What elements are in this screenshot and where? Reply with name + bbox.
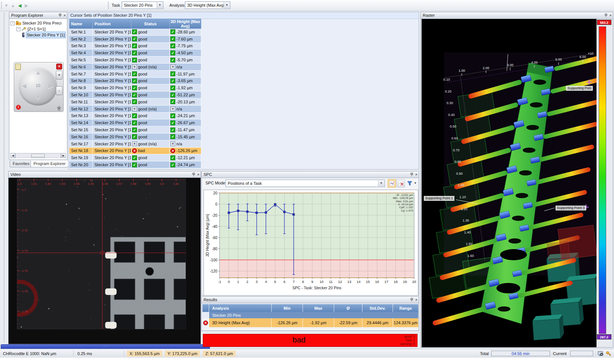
explorer-hscrollbar[interactable]: ◀ ▶ [10,153,66,158]
table-row[interactable]: Set Nr.12Stecker 20 Pins Y [1]×good (n/a… [69,106,201,113]
svg-text:1: 1 [237,280,239,284]
scroll-thumb[interactable] [31,154,45,158]
spc-chart-button[interactable] [388,179,396,187]
close-joystick-icon[interactable]: × [56,64,62,70]
table-row[interactable]: Set Nr.5Stecker 20 Pins Y [1]✓good✓-5.70… [69,57,201,64]
close-icon[interactable]: × [197,172,199,177]
pin-icon[interactable] [58,13,62,17]
pin-icon[interactable] [410,173,413,177]
tree-item-label-selected: Stecker 20 Pins Y [1] [26,32,66,38]
tab-favorites[interactable]: Favorites [10,161,32,167]
supporting-point-2-label[interactable]: Supporting Poin [566,86,593,91]
svg-text:6.00: 6.00 [579,55,586,59]
pin-icon[interactable] [192,173,195,177]
status-banner-text: bad [203,335,395,344]
table-row[interactable]: Set Nr.4Stecker 20 Pins Y [1]✓good✓-4.50… [69,49,201,57]
results-column-header: Std.Dev. [362,304,393,312]
chevron-down-icon[interactable]: ▼ [414,181,417,185]
raster-3d-viewport[interactable]: 1.002.003.004.005.006.00×100.100.200.300… [422,19,597,347]
spc-clear-chart-button[interactable] [397,179,405,187]
tree-expander-icon[interactable]: − [10,21,15,25]
pin-icon[interactable] [604,13,608,17]
column-header-position[interactable]: Position [93,19,131,29]
column-header-name[interactable]: Name [69,19,93,29]
arrow-down-button[interactable]: ▼ [3,2,10,9]
close-icon[interactable]: × [415,297,418,302]
tree-item-program[interactable]: − Stecker 20 Pins Preci [10,20,66,26]
svg-text:0.40: 0.40 [448,113,455,117]
results-column-header: Range [393,304,419,312]
tab-program-explorer[interactable]: Program Explorer [31,161,68,167]
stop-icon[interactable]: ! [16,105,21,110]
set-name: Set Nr.15 [69,126,93,133]
table-row[interactable]: Set Nr.18Stecker 20 Pins Y [1]×bad×-126.… [69,148,201,155]
analysis-label: Analysis [169,0,185,11]
pin-icon[interactable] [410,298,413,302]
table-row[interactable]: Set Nr.14Stecker 20 Pins Y [1]✓good✓-26.… [69,119,201,126]
results-row[interactable]: ×3D Height (Max Avg)-126.26 µm-1.92 µm-2… [202,318,419,327]
table-row[interactable]: Set Nr.15Stecker 20 Pins Y [1]✓good✓-11.… [69,126,201,133]
close-icon[interactable]: × [610,13,612,17]
column-header-value[interactable]: 3D Height (Max Avg) [170,19,201,29]
arrow-left-button[interactable]: ◀ [16,2,23,9]
column-header-status[interactable]: Status [131,19,170,29]
close-icon[interactable]: × [64,13,66,17]
scroll-left-icon[interactable]: ◀ [10,153,15,158]
tree-item-cursor-set[interactable]: Stecker 20 Pins Y [1] [10,32,66,38]
set-status: good [138,113,147,118]
svg-text:0.80: 0.80 [455,160,461,164]
set-value: -20.13 µm [176,100,195,104]
spc-mode-select[interactable]: Positions of a Task ▼ [226,180,385,187]
table-row[interactable]: Set Nr.1Stecker 20 Pins Y [1]✓good✓-28.6… [69,29,201,36]
exposure-time: 0.25 ms [77,351,92,357]
check-icon: ✓ [170,44,175,48]
svg-text:1.61: 1.61 [173,182,179,186]
table-row[interactable]: Set Nr.6Stecker 20 Pins Y [1]×good (n/a)… [69,64,201,71]
svg-text:-100: -100 [210,258,217,262]
jog-down-button[interactable]: ▼ [35,94,41,102]
scroll-right-icon[interactable]: ▶ [61,153,66,158]
dock-probe-icon[interactable] [57,106,61,110]
task-select[interactable]: Stecker 20 Pins ▼ [122,1,163,9]
set-status: good [138,162,147,167]
svg-text:10: 10 [320,280,324,284]
table-row[interactable]: Set Nr.17Stecker 20 Pins Y [1]×good (n/a… [69,141,201,148]
table-row[interactable]: Set Nr.13Stecker 20 Pins Y [1]✓good✓-24.… [69,113,201,120]
results-group-row[interactable]: Stecker 20 Pins [202,312,419,318]
step-increase-button[interactable]: + [56,71,63,80]
table-row[interactable]: Set Nr.19Stecker 20 Pins Y [1]✓good✓-12.… [69,154,201,161]
arrow-up-button[interactable]: ▲ [10,2,16,9]
set-value: -1.92 µm [176,86,193,90]
table-row[interactable]: Set Nr.11Stecker 20 Pins Y [1]✓good✓-20.… [69,99,201,106]
step-decrease-button[interactable]: - [56,86,63,95]
spc-chart-box: 200-20-40-60-80-100-120-1012345678910111… [204,190,418,296]
table-row[interactable]: Set Nr.3Stecker 20 Pins Y [1]✓good✓-7.75… [69,43,201,50]
chevron-down-icon[interactable]: ▼ [224,2,230,8]
chevron-down-icon[interactable]: ▼ [378,180,384,186]
supporting-point-3-label[interactable]: Supporting Point 3 [556,206,586,210]
notes-icon[interactable] [15,64,21,70]
table-row[interactable]: Set Nr.20Stecker 20 Pins Y [1]✓good✓-24.… [69,161,201,168]
filter-icon[interactable] [406,179,414,187]
table-row[interactable]: Set Nr.9Stecker 20 Pins Y [1]✓good✓-1.92… [69,84,201,91]
svg-text:1.58: 1.58 [131,182,137,186]
chevron-down-icon[interactable]: ▼ [157,2,163,8]
table-row[interactable]: Set Nr.7Stecker 20 Pins Y [1]✓good✓-11.9… [69,71,201,78]
analysis-select[interactable]: 3D Height (Max Avg) ▼ [185,1,230,9]
camera-settings-icon[interactable] [598,351,604,357]
video-live-image[interactable]: 1.51.511.521.531.541.551.561.571.581.591… [9,178,201,344]
table-row[interactable]: Set Nr.16Stecker 20 Pins Y [1]✓good✓-15.… [69,133,201,141]
supporting-point-1-label[interactable]: Supporting Point 1 [424,196,454,201]
close-icon[interactable]: × [415,172,418,177]
current-label: Current [553,351,567,357]
table-row[interactable]: Set Nr.10Stecker 20 Pins Y [1]✓good✓-51.… [69,91,201,99]
key-icon[interactable] [606,351,612,357]
tree-expander-icon[interactable]: − [16,27,20,31]
arrow-right-button[interactable]: ▶ [23,2,30,9]
program-explorer-panel: Program Explorer × − Stecker 20 Pins Pre… [9,12,67,160]
tree-item-position[interactable]: − [Z=1 S=1] [10,26,66,32]
table-row[interactable]: Set Nr.8Stecker 20 Pins Y [1]✓good✓-3.65… [69,78,201,85]
table-row[interactable]: Set Nr.2Stecker 20 Pins Y [1]✓good✓-7.60… [69,36,201,43]
set-name: Set Nr.1 [69,29,93,36]
jog-up-button[interactable]: ▲ [35,69,41,77]
